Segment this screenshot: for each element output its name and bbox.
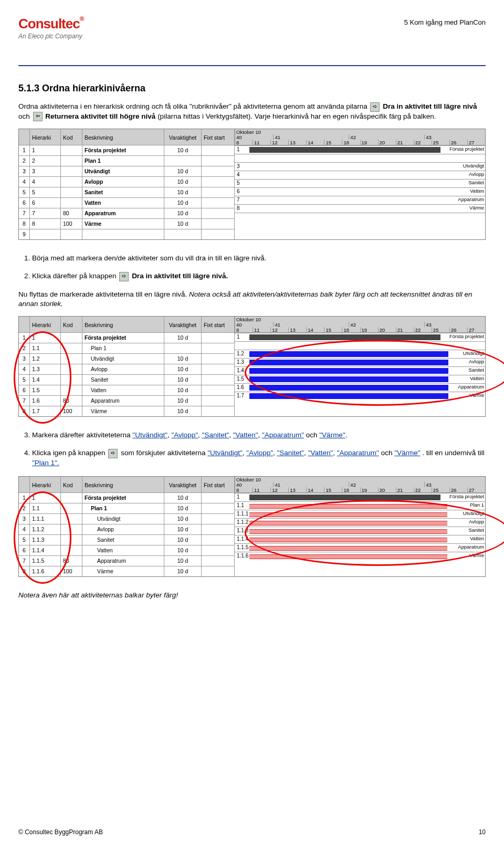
- table-cell: [202, 534, 234, 545]
- table-cell: 1.1: [30, 503, 60, 513]
- step-2: Klicka därefter på knappen ➪ Dra in akti…: [32, 271, 486, 281]
- gantt-row: 1.1.1Utvändigt: [235, 510, 485, 518]
- table-cell: [202, 503, 234, 513]
- table-cell: 4: [19, 364, 29, 374]
- table-cell: 1.1.5: [30, 555, 60, 566]
- table-cell: 2: [19, 503, 29, 513]
- closing-note: Notera även här att aktiviteternas balka…: [18, 591, 486, 600]
- table-cell: 1.5: [30, 385, 60, 395]
- table-cell: [202, 229, 234, 239]
- indent-right-icon[interactable]: ➪: [119, 272, 129, 281]
- table-cell: [202, 406, 234, 416]
- table-cell: 10 d: [164, 534, 201, 545]
- screenshot-1: 123456789Hierarki12345678Kod80100Beskriv…: [18, 129, 486, 240]
- table-cell: 10 d: [164, 555, 201, 566]
- table-cell: Vatten: [82, 197, 164, 208]
- column-header: Varaktighet: [164, 129, 201, 146]
- column-header: Beskrivning: [82, 129, 164, 146]
- gantt-row: 1.5Vatten: [235, 375, 485, 383]
- table-cell: 7: [19, 555, 29, 566]
- page-number: 10: [479, 828, 486, 836]
- gantt-row: 1.6Apparatrum: [235, 383, 485, 392]
- column-header: Varaktighet: [164, 477, 201, 493]
- indent-right-icon[interactable]: ➪: [370, 102, 380, 112]
- term-link[interactable]: "Värme": [394, 449, 420, 457]
- term-link[interactable]: "Plan 1".: [32, 459, 59, 467]
- table-cell: 10 d: [164, 395, 201, 406]
- table-cell: 5: [30, 187, 60, 197]
- table-cell: [202, 197, 234, 208]
- table-cell: [61, 545, 82, 555]
- step-list-2: Markera därefter aktiviteteterna "Utvänd…: [18, 430, 486, 468]
- table-cell: [61, 513, 82, 524]
- gantt-row: 1.1.2Avlopp: [235, 518, 485, 527]
- term-link[interactable]: "Sanitet": [202, 431, 229, 439]
- table-cell: 10 d: [164, 364, 201, 374]
- indent-left-icon[interactable]: ⇦: [33, 112, 43, 121]
- term-link[interactable]: "Apparatrum": [262, 431, 304, 439]
- term-link[interactable]: "Apparatrum": [337, 449, 379, 457]
- term-link[interactable]: "Avlopp": [246, 449, 273, 457]
- table-cell: 10 d: [164, 374, 201, 385]
- column-header: Varaktighet: [164, 317, 201, 333]
- table-cell: 5: [19, 534, 29, 545]
- column-header: [19, 129, 29, 146]
- column-header: Beskrivning: [82, 477, 164, 493]
- table-cell: 10 d: [164, 166, 201, 176]
- table-cell: Första projektet: [82, 492, 164, 503]
- table-cell: [61, 503, 82, 513]
- term-link[interactable]: "Värme": [319, 431, 345, 439]
- table-cell: Sanitet: [82, 374, 164, 385]
- term-link[interactable]: "Vatten": [308, 449, 333, 457]
- table-cell: 3: [19, 353, 29, 364]
- table-cell: 6: [30, 197, 60, 208]
- table-cell: 7: [19, 208, 29, 218]
- indent-right-icon[interactable]: ➪: [108, 449, 118, 458]
- table-cell: Värme: [82, 218, 164, 229]
- table-cell: 3: [30, 166, 60, 176]
- table-cell: [202, 187, 234, 197]
- note-paragraph-1: Nu flyttas de markerade aktiviteterna ti…: [18, 290, 486, 309]
- gantt-row: 1.1.3Sanitet: [235, 527, 485, 535]
- table-cell: [61, 155, 82, 166]
- gantt-row: 1.3Avlopp: [235, 358, 485, 366]
- table-cell: 2: [19, 343, 29, 353]
- table-cell: 10 d: [164, 385, 201, 395]
- step-1: Börja med att markera den/de aktiviteter…: [32, 254, 486, 263]
- term-link[interactable]: "Sanitet": [277, 449, 304, 457]
- gantt-row: 3Utvändigt: [235, 162, 485, 171]
- table-cell: 1.1.1: [30, 513, 60, 524]
- table-cell: 10 d: [164, 545, 201, 555]
- term-link[interactable]: "Avlopp": [171, 431, 198, 439]
- term-link[interactable]: "Utvändigt": [132, 431, 167, 439]
- table-cell: [61, 385, 82, 395]
- term-link[interactable]: "Vatten": [233, 431, 258, 439]
- screenshot-2: 12345678Hierarki11.11.21.31.41.51.61.7Ko…: [18, 316, 486, 417]
- column-header: Kod: [61, 129, 82, 146]
- table-cell: 1: [19, 332, 29, 343]
- table-cell: 80: [61, 395, 82, 406]
- table-cell: 8: [30, 218, 60, 229]
- gantt-row: 1.4Sanitet: [235, 366, 485, 375]
- table-cell: [61, 166, 82, 176]
- table-cell: 6: [19, 545, 29, 555]
- table-cell: [164, 343, 201, 353]
- column-header: Hierarki: [30, 317, 60, 333]
- table-cell: [202, 545, 234, 555]
- gantt-row: 1.7Värme: [235, 392, 485, 400]
- table-cell: [202, 395, 234, 406]
- table-cell: 10 d: [164, 406, 201, 416]
- table-cell: [61, 176, 82, 187]
- gantt-row: [235, 154, 485, 162]
- table-cell: 1.1.6: [30, 566, 60, 576]
- term-link[interactable]: "Utvändigt": [207, 449, 243, 457]
- table-cell: Avlopp: [82, 176, 164, 187]
- table-cell: 6: [19, 197, 29, 208]
- table-cell: Utvändigt: [82, 353, 164, 364]
- table-cell: 1: [19, 145, 29, 155]
- table-cell: 10 d: [164, 513, 201, 524]
- table-cell: [202, 218, 234, 229]
- table-cell: 10 d: [164, 492, 201, 503]
- step-list-1: Börja med att markera den/de aktiviteter…: [18, 254, 486, 281]
- column-header: Fixt start: [202, 477, 234, 493]
